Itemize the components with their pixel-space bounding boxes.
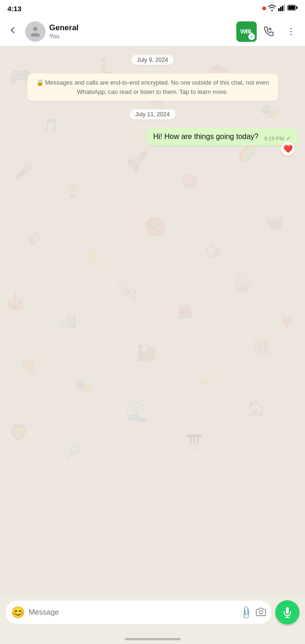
- contact-info[interactable]: General You: [49, 23, 233, 40]
- svg-point-12: [291, 34, 292, 35]
- more-options-button[interactable]: [281, 21, 301, 42]
- input-bar: 😊 📎: [0, 596, 305, 629]
- svg-rect-5: [296, 7, 298, 9]
- svg-rect-2: [282, 6, 283, 11]
- wifi-icon: [268, 5, 276, 13]
- back-button[interactable]: [4, 21, 21, 42]
- status-icons: [262, 5, 298, 13]
- signal-icon: [278, 5, 286, 13]
- recording-indicator: [262, 7, 266, 10]
- contact-avatar[interactable]: [25, 21, 45, 42]
- emoji-button[interactable]: 😊: [11, 606, 25, 619]
- svg-rect-3: [284, 5, 285, 11]
- message-check-1: ✓: [286, 135, 291, 142]
- svg-rect-1: [280, 7, 281, 11]
- encryption-notice[interactable]: 🔒 Messages and calls are end-to-end encr…: [27, 73, 278, 101]
- svg-point-11: [291, 31, 292, 32]
- camera-button[interactable]: [256, 607, 266, 618]
- contact-subtitle: You: [49, 33, 233, 40]
- message-meta-1: 8:19 PM ✓: [264, 135, 291, 142]
- svg-rect-0: [278, 8, 279, 11]
- svg-rect-6: [288, 6, 295, 9]
- chat-header: General You WBL ✓: [0, 17, 305, 46]
- message-text-1: Hi! How are things going today?: [153, 133, 259, 140]
- message-input-container: 😊 📎: [6, 601, 272, 624]
- wa-badge-check: ✓: [248, 33, 255, 40]
- status-time: 4:13: [7, 5, 21, 13]
- chat-area: 🎮 🎵 🏃 🎨 📚 🎭 🎤 🏆 🚀 🎯 🌈 🎸 ⭐ 🏀 🎲 🦋 🎪 🏄 🎠 🌺 …: [0, 46, 305, 596]
- svg-point-7: [33, 27, 37, 31]
- call-button[interactable]: [259, 21, 279, 42]
- attach-button[interactable]: 📎: [238, 604, 254, 621]
- mic-button[interactable]: [275, 600, 299, 624]
- contact-name: General: [49, 23, 233, 33]
- svg-point-45: [259, 611, 262, 614]
- message-bubble-1[interactable]: Hi! How are things going today? 8:19 PM …: [147, 128, 298, 146]
- message-row-1: Hi! How are things going today? 8:19 PM …: [7, 128, 298, 146]
- message-time-1: 8:19 PM: [264, 136, 284, 141]
- reaction-emoji-1: ❤️: [283, 144, 293, 154]
- battery-icon: [287, 5, 298, 12]
- chat-messages: July 9, 2024 🔒 Messages and calls are en…: [0, 46, 305, 153]
- wa-badge[interactable]: WBL ✓: [236, 21, 257, 42]
- svg-point-10: [291, 28, 292, 29]
- status-bar: 4:13: [0, 0, 305, 17]
- home-indicator: [125, 638, 181, 640]
- date-separator-1: July 9, 2024: [131, 55, 174, 65]
- date-separator-2: July 11, 2024: [130, 109, 175, 120]
- header-actions: WBL ✓: [236, 21, 301, 42]
- message-input[interactable]: [29, 608, 237, 617]
